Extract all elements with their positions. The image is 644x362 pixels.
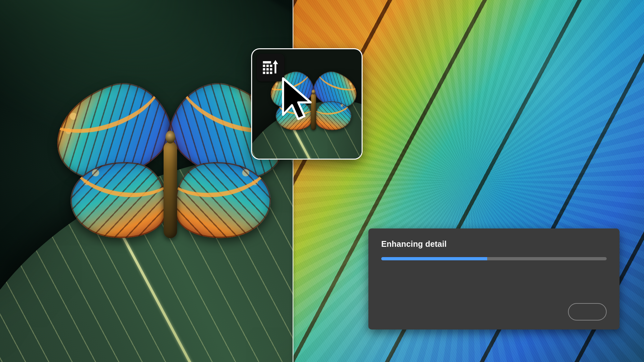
before-image-pane [0, 0, 293, 362]
comparison-stage: Enhancing detail [0, 0, 644, 362]
upscale-grid-icon [261, 58, 280, 77]
svg-rect-10 [275, 63, 276, 73]
svg-rect-7 [263, 72, 265, 74]
cursor-icon [280, 77, 315, 125]
butterfly-body [164, 142, 177, 238]
progress-fill [381, 257, 487, 260]
svg-rect-1 [263, 65, 265, 67]
svg-rect-8 [266, 72, 269, 74]
svg-marker-11 [273, 60, 278, 64]
svg-rect-2 [266, 65, 269, 67]
svg-rect-4 [263, 68, 265, 70]
svg-rect-6 [270, 68, 272, 70]
svg-rect-5 [266, 68, 269, 70]
progress-panel: Enhancing detail [368, 228, 620, 330]
svg-rect-3 [270, 65, 272, 67]
progress-track [381, 257, 607, 260]
svg-marker-12 [283, 78, 311, 119]
cancel-button[interactable] [568, 303, 607, 320]
source-thumbnail-tile[interactable] [251, 48, 363, 160]
svg-rect-9 [270, 72, 272, 74]
svg-rect-0 [263, 61, 271, 63]
progress-title: Enhancing detail [381, 239, 607, 249]
